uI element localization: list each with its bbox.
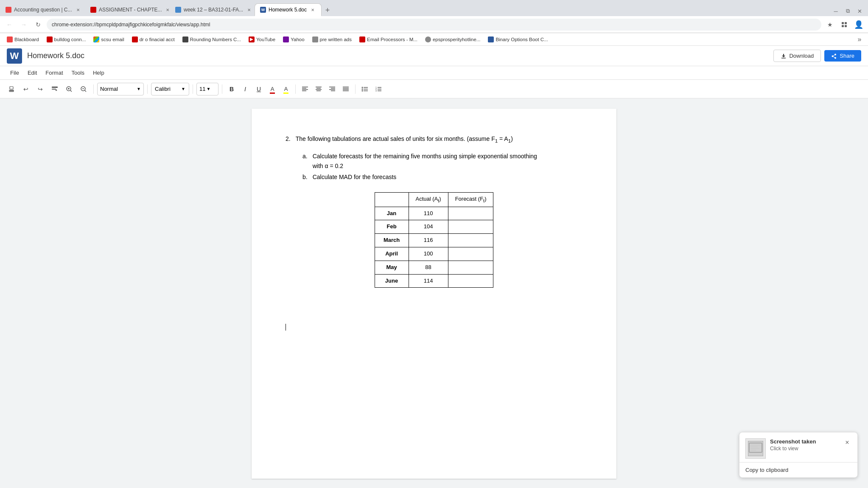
screenshot-notification: Screenshot taken Click to view × Copy to… [739,432,858,478]
menu-tools[interactable]: Tools [68,68,88,78]
align-left-button[interactable] [299,83,311,95]
list-button[interactable] [359,83,371,95]
tab-close-4[interactable]: ✕ [309,6,316,13]
bookmark-binary[interactable]: Binary Options Boot C... [484,34,551,45]
refresh-button[interactable]: ↻ [32,19,44,31]
screenshot-subtitle[interactable]: Click to view [770,446,839,452]
menu-file[interactable]: File [7,68,22,78]
bookmark-yahoo[interactable]: Yahoo [280,34,308,45]
question-text: The following tabulations are actual sal… [296,134,513,145]
toolbar-divider-2 [147,84,148,94]
font-dropdown[interactable]: Calibri ▼ [151,83,189,95]
share-icon [831,53,837,59]
tab-favicon-3 [175,7,181,13]
svg-rect-1 [845,22,847,24]
bookmark-eps[interactable]: epsprosperityhotline... [422,34,484,45]
tab-accounting[interactable]: Accounting question | C... ✕ [0,3,85,16]
user-profile-button[interactable]: 👤 [853,19,865,31]
justify-button[interactable] [340,83,352,95]
restore-button[interactable]: ⧉ [843,6,853,16]
back-button[interactable]: ← [3,19,15,31]
redo-button[interactable]: ↪ [34,83,47,95]
download-button[interactable]: Download [773,50,821,62]
align-center-button[interactable] [313,83,325,95]
table-cell-actual-jan: 110 [409,207,448,220]
justify-icon [342,86,349,92]
forward-button[interactable]: → [18,19,30,31]
menu-format[interactable]: Format [42,68,66,78]
share-button[interactable]: Share [824,50,861,62]
svg-line-12 [70,90,72,92]
app-header: W Homework 5.doc Download Share [0,46,868,66]
bookmark-prewritten[interactable]: pre written ads [309,34,355,45]
svg-rect-10 [52,89,56,90]
numbered-list-button[interactable]: 1 2 3 [372,83,384,95]
url-input[interactable] [47,19,821,31]
screenshot-preview[interactable] [745,438,766,459]
toolbar-divider-6 [355,84,356,94]
svg-rect-7 [10,90,13,91]
tab-week12[interactable]: week 12 – BA312-01-FA... ✕ [170,3,255,16]
bookmark-email[interactable]: Email Processors - M... [356,34,421,45]
font-color-button[interactable]: A [266,83,278,95]
extensions-button[interactable] [838,19,850,31]
share-label: Share [840,53,854,59]
tab-favicon-4: W [260,7,266,13]
highlight-button[interactable]: A [280,83,292,95]
close-window-button[interactable]: ✕ [854,6,865,16]
part-a: a. Calculate forecasts for the remaining… [302,151,582,171]
align-right-button[interactable] [326,83,338,95]
toolbar-divider-5 [295,84,296,94]
screenshot-close-button[interactable]: × [843,438,851,447]
svg-point-8 [13,90,14,91]
menu-help[interactable]: Help [90,68,108,78]
style-dropdown[interactable]: Normal ▼ [97,83,144,95]
part-a-text2: with α = 0.2 [313,161,537,171]
spelling-button[interactable] [48,83,61,95]
bookmark-scsu[interactable]: scsu email [90,34,127,45]
tab-close-2[interactable]: ✕ [164,6,170,13]
menu-edit[interactable]: Edit [24,68,40,78]
tab-assignment[interactable]: ASSIGNMENT - CHAPTE... ✕ [85,3,170,16]
align-center-icon [315,86,322,92]
print-button[interactable] [5,83,18,95]
undo-button[interactable]: ↩ [20,83,32,95]
toolbar-divider-4 [222,84,222,94]
tab-close-1[interactable]: ✕ [75,6,81,13]
toolbar-divider-3 [193,84,193,94]
table-header-forecast: Forecast (Ft) [448,192,493,207]
tab-close-3[interactable]: ✕ [246,6,252,13]
table-cell-month-jan: Jan [375,207,409,220]
new-tab-button[interactable]: + [322,4,333,16]
minimize-button[interactable]: ─ [831,6,841,16]
table-cell-forecast-jan [448,207,493,220]
table-row-jan: Jan 110 [375,207,493,220]
bookmarks-more-button[interactable]: » [854,34,865,45]
browser-chrome: Accounting question | C... ✕ ASSIGNMENT … [0,0,868,46]
bold-button[interactable]: B [226,83,238,95]
tab-label-2: ASSIGNMENT - CHAPTE... [99,7,162,13]
bookmark-youtube[interactable]: YouTube [245,34,279,45]
zoom-out-button[interactable] [77,83,90,95]
copy-to-clipboard-button[interactable]: Copy to clipboard [739,463,857,477]
bookmark-label-dro: dr o finacial acct [140,37,175,42]
tab-homework[interactable]: W Homework 5.doc ✕ [255,3,322,16]
list-icon [361,86,368,92]
bookmark-dro[interactable]: dr o finacial acct [129,34,178,45]
numbered-list-icon: 1 2 3 [375,86,382,92]
bookmark-label-rounding: Rounding Numbers C... [190,37,241,42]
size-dropdown[interactable]: 11 ▼ [196,83,218,95]
question-2: 2. The following tabulations are actual … [286,134,582,145]
bookmark-blackboard[interactable]: Blackboard [3,34,42,45]
italic-button[interactable]: I [239,83,251,95]
bookmark-rounding[interactable]: Rounding Numbers C... [179,34,244,45]
bookmark-star-button[interactable]: ★ [824,19,836,31]
underline-button[interactable]: U [253,83,265,95]
table-cell-actual-june: 114 [409,274,448,288]
table-row-may: May 88 [375,261,493,274]
font-label: Calibri [155,86,171,92]
svg-rect-3 [845,25,847,27]
svg-rect-6 [10,87,13,89]
bookmark-bulldog[interactable]: bulldog conn... [43,34,90,45]
zoom-in-button[interactable] [63,83,76,95]
